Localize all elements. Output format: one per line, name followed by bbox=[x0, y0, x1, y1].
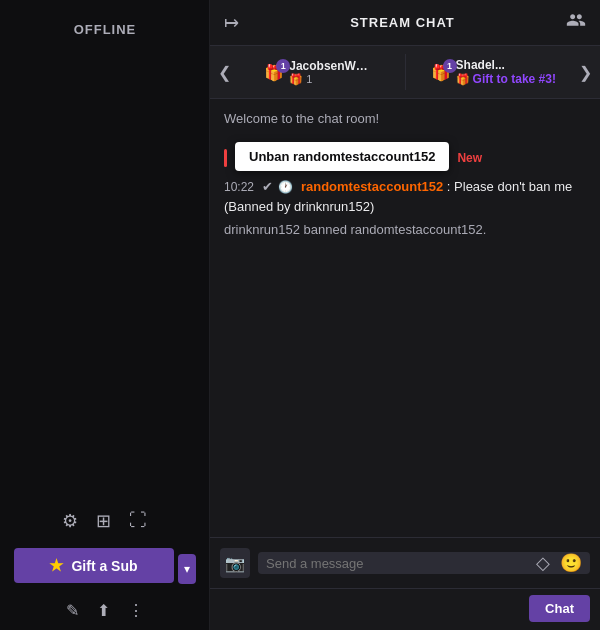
user1-badge: 1 bbox=[276, 59, 290, 73]
user1-gift-icon: 🎁 bbox=[289, 73, 303, 86]
user1-name: JacobsenWit... bbox=[289, 59, 369, 73]
chat-input-icons: ◇ 🙂 bbox=[536, 552, 582, 574]
red-line bbox=[224, 149, 227, 167]
banner-divider bbox=[405, 54, 406, 90]
user2-name: Shadel... bbox=[456, 58, 536, 72]
unban-row: Unban randomtestaccount152 New bbox=[224, 138, 586, 177]
pencil-icon[interactable]: ✎ bbox=[66, 601, 79, 620]
mod-icon: ✔ bbox=[262, 179, 273, 194]
chat-message: 10:22 ✔ 🕐 randomtestaccount152 : Please … bbox=[224, 177, 586, 216]
message-input-wrapper: ◇ 🙂 bbox=[258, 552, 590, 574]
chat-header: ↦ STREAM CHAT bbox=[210, 0, 600, 46]
gift-sub-label: Gift a Sub bbox=[71, 558, 137, 574]
gift-sub-button[interactable]: ★ Gift a Sub bbox=[14, 548, 174, 583]
chat-panel: ↦ STREAM CHAT ❮ 🎁 1 JacobsenWit... 🎁 1 bbox=[210, 0, 600, 630]
back-icon[interactable]: ↦ bbox=[224, 12, 239, 34]
sidebar-bottom-icons: ✎ ⬆ ⋮ bbox=[66, 601, 144, 620]
chat-messages: Unban randomtestaccount152 New 10:22 ✔ 🕐… bbox=[210, 132, 600, 537]
chat-title: STREAM CHAT bbox=[350, 15, 455, 30]
points-icon[interactable]: ◇ bbox=[536, 552, 550, 574]
settings-icon[interactable]: ⚙ bbox=[62, 510, 78, 532]
star-icon: ★ bbox=[49, 556, 63, 575]
unban-label: Unban randomtestaccount152 bbox=[249, 149, 435, 164]
message-input[interactable] bbox=[266, 556, 536, 571]
ban-notice: drinknrun152 banned randomtestaccount152… bbox=[224, 222, 586, 237]
clock-icon: 🕐 bbox=[278, 180, 293, 194]
user-icon[interactable] bbox=[566, 10, 586, 35]
offline-label: OFFLINE bbox=[0, 22, 210, 37]
chat-input-area: 📷 ◇ 🙂 bbox=[210, 537, 600, 588]
gift-to-take: Gift to take #3! bbox=[473, 72, 556, 86]
emote-icon[interactable]: 🙂 bbox=[560, 552, 582, 574]
layout-icon[interactable]: ⊞ bbox=[96, 510, 111, 532]
unban-tooltip[interactable]: Unban randomtestaccount152 bbox=[235, 142, 449, 171]
gift-sub-row: ★ Gift a Sub ▾ bbox=[14, 548, 196, 589]
user2-badge: 1 bbox=[443, 59, 457, 73]
fullscreen-icon[interactable]: ⛶ bbox=[129, 510, 147, 532]
user2-gift-icon: 🎁 bbox=[456, 73, 470, 86]
gift-item-1: 🎁 1 JacobsenWit... 🎁 1 bbox=[239, 59, 395, 86]
gift-sub-chevron-button[interactable]: ▾ bbox=[178, 554, 196, 584]
gift-item-2: 🎁 1 Shadel... 🎁 Gift to take #3! bbox=[416, 58, 572, 86]
more-icon[interactable]: ⋮ bbox=[128, 601, 144, 620]
send-button[interactable]: Chat bbox=[529, 595, 590, 622]
welcome-message: Welcome to the chat room! bbox=[210, 99, 600, 132]
message-username[interactable]: randomtestaccount152 bbox=[301, 179, 443, 194]
new-badge: New bbox=[457, 151, 482, 165]
banner-arrow-right[interactable]: ❯ bbox=[577, 63, 594, 82]
message-timestamp: 10:22 bbox=[224, 180, 254, 194]
gifts-banner: ❮ 🎁 1 JacobsenWit... 🎁 1 🎁 1 Shadel... bbox=[210, 46, 600, 99]
send-area: Chat bbox=[210, 588, 600, 630]
user1-count: 1 bbox=[306, 73, 312, 85]
sidebar: OFFLINE ⚙ ⊞ ⛶ ★ Gift a Sub ▾ ✎ ⬆ ⋮ bbox=[0, 0, 210, 630]
banner-arrow-left[interactable]: ❮ bbox=[216, 63, 233, 82]
share-icon[interactable]: ⬆ bbox=[97, 601, 110, 620]
camera-icon: 📷 bbox=[220, 548, 250, 578]
sidebar-icons: ⚙ ⊞ ⛶ bbox=[62, 510, 147, 532]
